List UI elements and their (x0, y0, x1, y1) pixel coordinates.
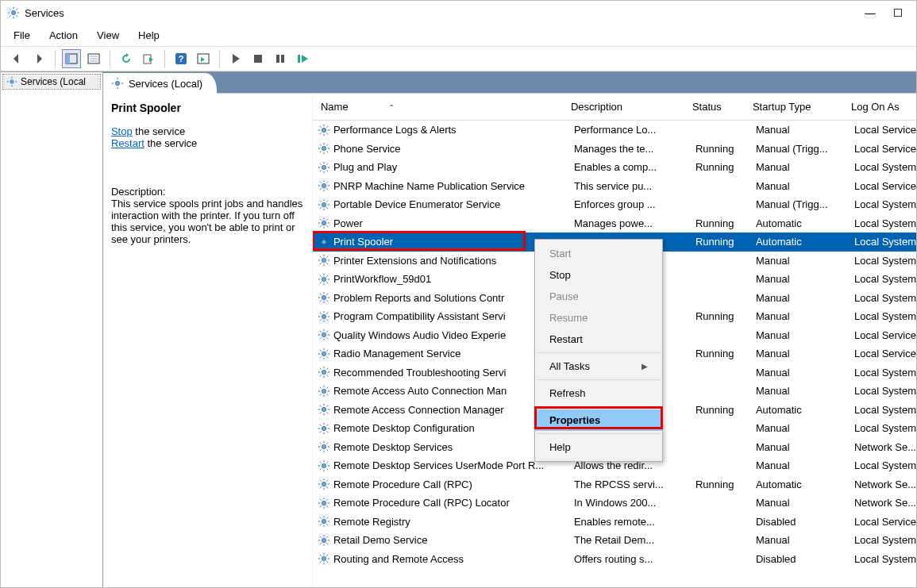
menu-action[interactable]: Action (46, 28, 81, 43)
gear-icon (6, 76, 17, 87)
context-menu-stop[interactable]: Stop (535, 264, 662, 286)
stop-service-button[interactable] (249, 49, 268, 68)
restart-service-link[interactable]: Restart (111, 137, 144, 149)
service-row[interactable]: Performance Logs & AlertsPerformance Lo.… (313, 121, 916, 140)
svg-line-48 (326, 152, 328, 153)
svg-point-204 (322, 482, 326, 486)
service-logon: Local Service (854, 143, 916, 155)
svg-line-93 (326, 244, 328, 246)
service-gear-icon (318, 515, 330, 528)
service-description: Manages powe... (574, 217, 695, 229)
context-menu-help[interactable]: Help (535, 436, 662, 458)
pause-service-button[interactable] (271, 49, 290, 68)
detail-pane-button[interactable] (84, 49, 103, 68)
svg-line-201 (326, 468, 328, 470)
col-header-logon[interactable]: Log On As (851, 101, 916, 113)
tree-item-services-local[interactable]: Services (Local (2, 74, 101, 90)
context-menu-all-tasks[interactable]: All Tasks▶ (535, 355, 662, 377)
svg-line-211 (326, 480, 328, 482)
service-gear-icon (318, 440, 330, 453)
service-row[interactable]: Retail Demo ServiceThe Retail Dem...Manu… (313, 531, 916, 550)
tab-services-local[interactable]: Services (Local) (103, 73, 217, 94)
col-header-startup[interactable]: Startup Type (753, 101, 851, 113)
service-gear-icon (318, 291, 330, 304)
service-status: Running (695, 236, 756, 248)
service-logon: Local System (854, 534, 916, 546)
service-row[interactable]: Portable Device Enumerator ServiceEnforc… (313, 195, 916, 214)
service-startup: Manual (756, 161, 854, 173)
service-startup: Manual (756, 534, 854, 546)
service-row[interactable]: Remote RegistryEnables remote...Disabled… (313, 513, 916, 532)
svg-line-247 (326, 555, 328, 556)
service-gear-icon (318, 552, 330, 565)
forward-button[interactable] (29, 49, 48, 68)
service-logon: Local System (854, 310, 916, 322)
svg-line-66 (326, 189, 328, 190)
service-row[interactable]: PNRP Machine Name Publication ServiceThi… (313, 177, 916, 196)
back-button[interactable] (7, 49, 26, 68)
svg-point-159 (322, 389, 326, 393)
col-header-status[interactable]: Status (692, 101, 753, 113)
export-button[interactable] (139, 49, 158, 68)
service-row[interactable]: Routing and Remote AccessOffers routing … (313, 550, 916, 569)
svg-line-176 (320, 413, 322, 414)
service-row[interactable]: Remote Procedure Call (RPC)The RPCSS ser… (313, 475, 916, 494)
maximize-button[interactable] (894, 9, 902, 17)
stop-service-link[interactable]: Stop (111, 125, 133, 137)
service-logon: Local Service (854, 329, 916, 341)
menu-file[interactable]: File (10, 28, 33, 43)
console-tree[interactable]: Services (Local (1, 72, 103, 587)
service-gear-icon (318, 273, 330, 286)
svg-line-130 (326, 312, 328, 313)
context-menu-restart[interactable]: Restart (535, 329, 662, 350)
service-startup: Manual (756, 348, 854, 359)
svg-line-146 (320, 349, 322, 351)
service-description: Enables remote... (574, 516, 695, 528)
properties-toolbar-button[interactable] (194, 49, 213, 68)
service-startup: Manual (756, 255, 854, 267)
col-header-description[interactable]: Description (571, 101, 692, 113)
service-row[interactable]: Phone ServiceManages the te...RunningMan… (313, 140, 916, 159)
service-logon: Local System (854, 404, 916, 416)
service-logon: Local System (854, 422, 916, 434)
svg-line-246 (326, 562, 328, 563)
services-list[interactable]: Name⌃ Description Status Startup Type Lo… (313, 94, 916, 587)
service-startup: Manual (756, 124, 854, 136)
context-menu-properties[interactable]: Properties (535, 409, 662, 431)
svg-line-174 (326, 413, 328, 414)
show-hide-tree-button[interactable] (62, 49, 81, 68)
service-gear-icon (318, 310, 330, 323)
svg-line-192 (326, 450, 328, 452)
service-logon: Local System (854, 553, 916, 565)
service-row[interactable]: PowerManages powe...RunningAutomaticLoca… (313, 214, 916, 233)
restart-service-button[interactable] (293, 49, 312, 68)
svg-line-212 (320, 487, 322, 489)
minimize-button[interactable]: — (861, 7, 880, 18)
service-name: Plug and Play (333, 161, 574, 173)
svg-line-237 (326, 543, 328, 544)
gear-icon (111, 77, 124, 90)
svg-rect-20 (276, 55, 279, 63)
service-logon: Local System (854, 459, 916, 471)
svg-line-67 (326, 182, 328, 183)
service-gear-icon (318, 142, 330, 155)
menu-help[interactable]: Help (135, 28, 163, 43)
start-service-button[interactable] (226, 49, 245, 68)
svg-line-194 (320, 450, 322, 452)
svg-point-42 (322, 147, 326, 151)
col-header-name[interactable]: Name⌃ (313, 101, 571, 113)
service-row[interactable]: Plug and PlayEnables a comp...RunningMan… (313, 158, 916, 177)
svg-line-7 (16, 9, 17, 10)
context-menu-refresh[interactable]: Refresh (535, 382, 662, 404)
service-row[interactable]: Remote Procedure Call (RPC) LocatorIn Wi… (313, 494, 916, 513)
help-button[interactable]: ? (171, 49, 191, 68)
menu-view[interactable]: View (94, 28, 122, 43)
service-name: Routing and Remote Access (333, 553, 574, 565)
refresh-button[interactable] (117, 49, 136, 68)
service-startup: Automatic (756, 217, 854, 229)
service-description: Manages the te... (574, 143, 695, 155)
svg-rect-10 (66, 54, 70, 63)
service-gear-icon (318, 459, 330, 472)
svg-point-87 (322, 240, 326, 244)
service-status: Running (695, 217, 756, 229)
